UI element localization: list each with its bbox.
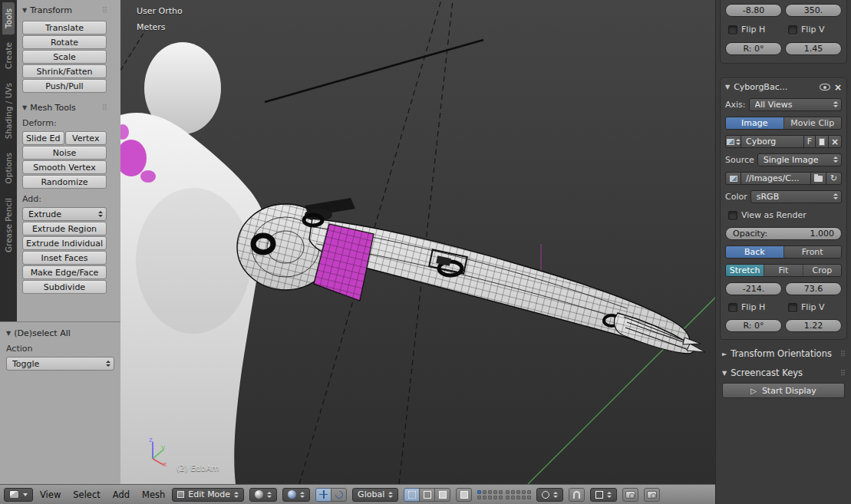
bg1-flip-h-checkbox[interactable]: Flip H xyxy=(725,25,782,35)
bg1-offset-y-field[interactable]: 350. xyxy=(785,4,842,17)
vertex-select-mode-button[interactable] xyxy=(404,488,420,502)
bg2-scale-field[interactable]: 1.22 xyxy=(785,319,842,332)
reload-image-button[interactable]: ↻ xyxy=(826,172,842,185)
orientation-select[interactable]: Global xyxy=(352,488,398,502)
smooth-vertex-button[interactable]: Smooth Vertex xyxy=(22,160,107,174)
checkbox-icon xyxy=(788,303,797,312)
transform-orientations-header[interactable]: ► Transform Orientations ⠿ xyxy=(722,348,845,359)
checkbox-icon xyxy=(728,303,737,312)
translate-manipulator-button[interactable] xyxy=(315,488,331,502)
visibility-eye-icon[interactable] xyxy=(820,84,830,91)
fit-toggle-button[interactable]: Fit xyxy=(764,265,803,276)
stretch-toggle-button[interactable]: Stretch xyxy=(726,265,764,276)
snap-element-select[interactable] xyxy=(590,488,617,502)
extrude-individual-button[interactable]: Extrude Individual xyxy=(22,236,107,250)
proportional-edit-select[interactable] xyxy=(536,488,563,502)
mode-select[interactable]: Edit Mode xyxy=(172,488,244,502)
new-image-button[interactable] xyxy=(815,135,829,148)
bg2-rotation-field[interactable]: R: 0° xyxy=(725,319,782,332)
viewport-shading-select[interactable] xyxy=(249,488,277,502)
fake-user-button[interactable]: F xyxy=(803,135,816,148)
updown-arrows-icon xyxy=(267,492,272,498)
extrude-region-button[interactable]: Extrude Region xyxy=(22,222,107,236)
pivot-point-select[interactable] xyxy=(282,488,310,502)
collapse-icon: ▼ xyxy=(22,7,27,14)
translate-button[interactable]: Translate xyxy=(22,21,107,35)
bg2-offset-x-field[interactable]: -214. xyxy=(725,282,782,295)
bg2-header[interactable]: ▼ CyborgBac... × xyxy=(725,82,842,92)
tab-shading-uvs[interactable]: Shading / UVs xyxy=(2,77,15,145)
menu-mesh[interactable]: Mesh xyxy=(140,489,167,500)
image-toggle-button[interactable]: Image xyxy=(726,117,784,129)
updown-arrows-icon xyxy=(234,492,239,498)
bg1-offset-x-field[interactable]: -8.80 xyxy=(725,4,782,17)
bg2-flip-h-checkbox[interactable]: Flip H xyxy=(725,302,782,312)
bg1-scale-field[interactable]: 1.45 xyxy=(785,42,842,55)
face-select-mode-button[interactable] xyxy=(434,488,450,502)
noise-button[interactable]: Noise xyxy=(22,146,107,160)
rotate-manipulator-button[interactable] xyxy=(331,488,347,502)
limit-to-visible-button[interactable] xyxy=(456,488,472,502)
opengl-render-button[interactable] xyxy=(622,488,638,502)
bg2-offset-y-field[interactable]: 73.6 xyxy=(785,282,842,295)
viewport-3d[interactable]: User Ortho Meters (2) EdbAm z y x xyxy=(120,0,715,484)
panel-grip-icon[interactable]: ⠿ xyxy=(102,6,107,15)
subdivide-button[interactable]: Subdivide xyxy=(22,280,107,294)
editor-type-select[interactable] xyxy=(4,488,33,502)
edge-select-mode-button[interactable] xyxy=(419,488,435,502)
opengl-render-anim-button[interactable] xyxy=(644,488,660,502)
source-select[interactable]: Single Image xyxy=(757,153,842,166)
back-toggle-button[interactable]: Back xyxy=(726,246,784,258)
randomize-button[interactable]: Randomize xyxy=(22,175,107,189)
panel-grip-icon[interactable]: ⠿ xyxy=(840,350,845,358)
tab-grease-pencil[interactable]: Grease Pencil xyxy=(2,192,15,259)
menu-add[interactable]: Add xyxy=(111,489,131,500)
tab-options[interactable]: Options xyxy=(2,147,15,190)
axis-select[interactable]: All Views xyxy=(749,98,842,111)
filepath-field[interactable]: //Images/C... xyxy=(741,172,811,185)
push-pull-button[interactable]: Push/Pull xyxy=(22,79,107,93)
extrude-select[interactable]: Extrude xyxy=(22,207,107,221)
image-preview-button[interactable] xyxy=(725,172,741,185)
menu-view[interactable]: View xyxy=(38,489,62,500)
action-select[interactable]: Toggle xyxy=(6,357,114,371)
movie-clip-toggle-button[interactable]: Movie Clip xyxy=(784,117,842,129)
face-select-icon xyxy=(439,491,447,499)
layers-group-2[interactable] xyxy=(506,490,531,499)
start-display-button[interactable]: ▷ Start Display xyxy=(722,383,845,398)
color-space-select[interactable]: sRGB xyxy=(750,190,842,203)
transform-panel-header[interactable]: ▼ Transform ⠿ xyxy=(22,5,107,15)
edge-slide-button[interactable]: Slide Ed xyxy=(22,131,64,145)
mesh-tools-panel-header[interactable]: ▼ Mesh Tools ⠿ xyxy=(22,103,107,113)
inset-faces-button[interactable]: Inset Faces xyxy=(22,251,107,265)
layers-group-1[interactable] xyxy=(477,490,503,499)
translate-manipulator-icon xyxy=(319,490,328,499)
rotate-button[interactable]: Rotate xyxy=(22,35,107,49)
play-icon: ▷ xyxy=(750,387,757,395)
shrink-fatten-button[interactable]: Shrink/Fatten xyxy=(22,64,107,78)
bg2-flip-v-checkbox[interactable]: Flip V xyxy=(785,302,842,312)
tab-create[interactable]: Create xyxy=(2,36,15,75)
image-browse-button[interactable] xyxy=(725,135,741,148)
screencast-keys-header[interactable]: ▼ Screencast Keys ⠿ xyxy=(722,367,845,378)
bg1-flip-h-label: Flip H xyxy=(741,25,765,35)
view-as-render-checkbox[interactable]: View as Render xyxy=(725,210,842,220)
bg1-flip-v-checkbox[interactable]: Flip V xyxy=(785,25,842,35)
panel-grip-icon[interactable]: ⠿ xyxy=(102,104,107,112)
opacity-slider[interactable]: Opacity: 1.000 xyxy=(725,227,842,240)
image-name-field[interactable]: Cyborg xyxy=(741,135,804,148)
front-toggle-button[interactable]: Front xyxy=(784,246,842,258)
snap-toggle-button[interactable] xyxy=(569,488,585,502)
menu-select[interactable]: Select xyxy=(71,489,101,500)
crop-toggle-button[interactable]: Crop xyxy=(803,265,841,276)
panel-grip-icon[interactable]: ⠿ xyxy=(840,369,845,377)
bg1-rotation-field[interactable]: R: 0° xyxy=(725,42,782,55)
make-edge-face-button[interactable]: Make Edge/Face xyxy=(22,265,107,279)
unlink-image-button[interactable]: × xyxy=(828,135,842,148)
open-file-button[interactable] xyxy=(810,172,826,185)
scale-button[interactable]: Scale xyxy=(22,50,107,64)
vertex-slide-button[interactable]: Vertex xyxy=(65,131,107,145)
redo-panel-header[interactable]: ▼ (De)select All xyxy=(6,328,114,338)
tab-tools[interactable]: Tools xyxy=(2,2,15,35)
remove-bg-image-icon[interactable]: × xyxy=(834,84,842,91)
